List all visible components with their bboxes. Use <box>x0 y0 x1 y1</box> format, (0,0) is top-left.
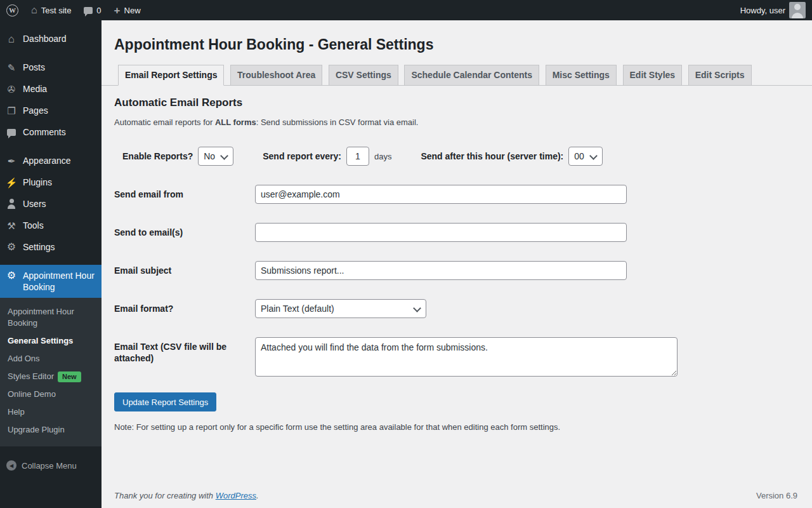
sidebar-item-appearance[interactable]: Appearance <box>0 150 102 171</box>
report-hour-label: Send after this hour (server time): <box>421 150 563 162</box>
submenu-item-upgrade-plugin[interactable]: Upgrade Plugin <box>0 421 102 439</box>
email-format-control: Plain Text (default) <box>255 299 799 318</box>
comments-count: 0 <box>96 6 101 15</box>
intro-bold: ALL forms <box>215 117 256 127</box>
media-icon <box>5 83 18 95</box>
report-frequency-group: Send report every: days <box>263 147 391 166</box>
sidebar-item-label: Comments <box>23 126 66 138</box>
submenu-item-label: Styles Editor <box>8 371 54 381</box>
report-hour-select[interactable]: 00 <box>568 147 603 166</box>
user-icon <box>5 198 18 210</box>
sidebar-item-appointment-hour-booking[interactable]: Appointment Hour Booking <box>0 265 102 298</box>
admin-bar-left: W Test site 0 New <box>0 0 147 20</box>
email-text-textarea[interactable]: Attached you will find the data from the… <box>255 337 678 377</box>
collapse-menu-button[interactable]: Collapse Menu <box>0 455 102 476</box>
sidebar-item-label: Dashboard <box>23 33 67 44</box>
sidebar-item-label: Appointment Hour Booking <box>23 270 96 293</box>
version-text: Version 6.9 <box>756 491 797 500</box>
enable-reports-select-wrap: No <box>198 147 233 166</box>
submenu-item-add-ons[interactable]: Add Ons <box>0 350 102 368</box>
sidebar-item-posts[interactable]: Posts <box>0 57 102 78</box>
tab-email-report-settings[interactable]: Email Report Settings <box>118 65 224 86</box>
tab-edit-styles[interactable]: Edit Styles <box>623 65 683 85</box>
main-content: Appointment Hour Booking - General Setti… <box>102 20 812 508</box>
pin-icon <box>5 62 18 73</box>
sidebar-item-dashboard[interactable]: Dashboard <box>0 28 102 50</box>
email-subject-input[interactable] <box>255 261 627 280</box>
wordpress-link[interactable]: WordPress <box>216 491 256 500</box>
send-to-emails-input[interactable] <box>255 223 627 242</box>
report-every-label: Send report every: <box>263 150 341 162</box>
admin-sidebar: Dashboard Posts Media Pages Comments App… <box>0 20 102 508</box>
wordpress-logo-icon: W <box>6 4 18 17</box>
pages-icon <box>5 105 18 116</box>
sidebar-item-label: Settings <box>23 241 55 253</box>
submenu-item-styles-editor[interactable]: Styles EditorNew <box>0 368 102 385</box>
send-email-from-input[interactable] <box>255 185 627 204</box>
submenu-item-online-demo[interactable]: Online Demo <box>0 385 102 403</box>
dashboard-icon <box>5 33 18 44</box>
gear-icon <box>5 270 18 281</box>
avatar <box>789 2 806 18</box>
settings-icon <box>5 241 18 253</box>
tab-schedule-calendar-contents[interactable]: Schedule Calendar Contents <box>404 65 539 85</box>
wordpress-menu[interactable]: W <box>0 0 25 20</box>
email-format-row: Email format? Plain Text (default) <box>114 299 799 318</box>
admin-bar-right: Howdy, user <box>734 0 812 20</box>
submenu-item-appointment-hour-booking[interactable]: Appointment Hour Booking <box>0 303 102 332</box>
new-content-menu[interactable]: New <box>108 0 147 20</box>
report-every-input[interactable] <box>346 147 369 166</box>
send-email-from-control <box>255 185 799 204</box>
home-icon <box>31 5 37 15</box>
sidebar-item-plugins[interactable]: Plugins <box>0 171 102 193</box>
plus-icon <box>114 5 121 16</box>
update-report-settings-button[interactable]: Update Report Settings <box>114 392 216 411</box>
submenu-item-help[interactable]: Help <box>0 403 102 421</box>
enable-reports-select[interactable]: No <box>198 147 233 166</box>
email-text-row: Email Text (CSV file will be attached) A… <box>114 337 799 378</box>
email-subject-label: Email subject <box>114 265 255 276</box>
comments-shortcut[interactable]: 0 <box>77 0 107 20</box>
account-menu[interactable]: Howdy, user <box>734 0 812 20</box>
intro-prefix: Automatic email reports for <box>114 117 215 127</box>
tools-icon <box>5 220 18 231</box>
new-badge: New <box>58 371 81 382</box>
send-to-emails-row: Send to email(s) <box>114 223 799 242</box>
sidebar-item-media[interactable]: Media <box>0 78 102 100</box>
comment-bubble-icon <box>84 7 93 14</box>
plugin-icon <box>5 177 18 188</box>
page-title: Appointment Hour Booking - General Setti… <box>114 29 799 57</box>
content-inner: Appointment Hour Booking - General Setti… <box>102 20 812 432</box>
note-text: Note: For setting up a report only for a… <box>114 422 799 432</box>
email-format-select[interactable]: Plain Text (default) <box>255 299 426 318</box>
report-hour-select-wrap: 00 <box>568 147 603 166</box>
tab-troubleshoot-area[interactable]: Troubleshoot Area <box>230 65 322 85</box>
site-menu[interactable]: Test site <box>25 0 77 20</box>
sidebar-item-pages[interactable]: Pages <box>0 100 102 121</box>
settings-tabs: Email Report Settings Troubleshoot Area … <box>102 65 812 86</box>
admin-menu: Dashboard Posts Media Pages Comments App… <box>0 20 102 476</box>
sidebar-item-users[interactable]: Users <box>0 193 102 215</box>
days-suffix: days <box>374 152 391 161</box>
tab-misc-settings[interactable]: Misc Settings <box>546 65 617 85</box>
submenu-item-general-settings[interactable]: General Settings <box>0 332 102 350</box>
email-subject-control <box>255 261 799 280</box>
tab-csv-settings[interactable]: CSV Settings <box>329 65 398 85</box>
sidebar-item-label: Users <box>23 198 46 210</box>
sidebar-item-settings[interactable]: Settings <box>0 236 102 258</box>
sidebar-item-label: Appearance <box>23 155 71 166</box>
thanks-prefix: Thank you for creating with <box>114 491 216 500</box>
sidebar-item-tools[interactable]: Tools <box>0 215 102 236</box>
email-format-select-wrap: Plain Text (default) <box>255 299 426 318</box>
sidebar-item-label: Pages <box>23 105 48 116</box>
send-to-emails-control <box>255 223 799 242</box>
howdy-text: Howdy, user <box>740 6 785 15</box>
sidebar-item-label: Media <box>23 83 47 95</box>
comments-icon <box>5 126 18 138</box>
tab-edit-scripts[interactable]: Edit Scripts <box>688 65 752 85</box>
sidebar-item-comments[interactable]: Comments <box>0 121 102 143</box>
admin-bar: W Test site 0 New Howdy, user <box>0 0 812 20</box>
sidebar-item-label: Posts <box>23 62 45 73</box>
footer: Thank you for creating with WordPress. V… <box>102 485 812 508</box>
report-schedule-row: Enable Reports? No Send report every: da… <box>122 147 799 166</box>
